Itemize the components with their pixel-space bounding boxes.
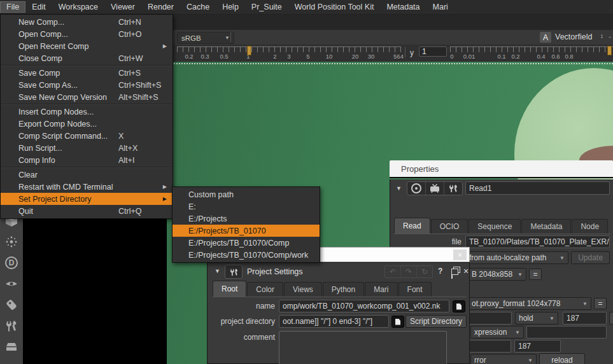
undo-icon[interactable]: ↶ [385, 266, 401, 277]
localization-policy-dropdown[interactable]: from auto-localize path ▼ [465, 251, 568, 264]
tab-read[interactable]: Read [394, 218, 430, 234]
gamma-slider-ticks[interactable] [450, 46, 613, 52]
tag-icon[interactable] [4, 298, 18, 312]
proxy-equals-button[interactable]: = [594, 298, 607, 309]
menu-viewer[interactable]: Viewer [104, 1, 141, 13]
frame-expression-field[interactable] [526, 326, 607, 339]
vectorfield-label[interactable]: Vectorfield [555, 32, 592, 41]
menu-file[interactable]: File [0, 1, 25, 13]
menu-item-open-comp[interactable]: Open Comp... Ctrl+O [1, 28, 173, 40]
menu-item-open-recent-comp[interactable]: Open Recent Comp ▶ [1, 40, 173, 52]
tab-root[interactable]: Root [213, 281, 246, 297]
frame-expression-dropdown[interactable]: xpression ▼ [470, 326, 524, 339]
copy-page-button[interactable] [391, 316, 404, 328]
menu-pr-suite[interactable]: Pr_Suite [245, 1, 288, 13]
tab-metadata[interactable]: Metadata [521, 219, 571, 234]
settings-wrench-button[interactable] [444, 182, 462, 195]
menu-item-export-comp-nodes[interactable]: Export Comp Nodes... [1, 118, 173, 130]
particles-icon[interactable] [4, 235, 18, 249]
submenu-item-custom-path[interactable]: Custom path [173, 188, 320, 200]
node-name-field[interactable] [465, 181, 610, 195]
menu-workspace[interactable]: Workspace [52, 1, 104, 13]
tab-sequence[interactable]: Sequence [469, 219, 521, 234]
collapse-triangle-icon[interactable]: ▼ [215, 268, 220, 274]
monitor-button[interactable] [426, 182, 444, 195]
submenu-item-e-drive[interactable]: E: [173, 200, 320, 213]
comment-textarea[interactable] [279, 331, 447, 364]
redo-icon[interactable]: ↷ [401, 266, 417, 277]
gamma-slider-handle[interactable] [607, 46, 612, 55]
gamma-value-field[interactable] [419, 46, 447, 57]
file-menu: New Comp... Ctrl+N Open Comp... Ctrl+O O… [0, 14, 173, 219]
tab-python[interactable]: Python [323, 282, 364, 297]
frame-range-start-field[interactable] [465, 312, 512, 325]
proxy-format-dropdown[interactable]: ot.proxy_format 1024x778 ▼ [468, 297, 591, 310]
menu-item-restart-with-cmd-terminal[interactable]: Restart with CMD Terminal ▶ [1, 181, 173, 193]
dialog-wrench-button[interactable] [225, 265, 243, 279]
submenu-item-comp-work[interactable]: E:/Projects/TB_01070/Comp/work [173, 249, 320, 261]
menu-item-new-comp[interactable]: New Comp... Ctrl+N [1, 16, 173, 28]
toolsets-wrench-icon[interactable] [4, 319, 18, 333]
format-dropdown[interactable]: B 2048x858 ▼ [468, 268, 526, 281]
copy-page-button[interactable] [453, 300, 465, 312]
submenu-item-projects[interactable]: E:/Projects [173, 213, 320, 225]
submenu-item-comp[interactable]: E:/Projects/TB_01070/Comp [173, 237, 320, 249]
reload-button[interactable]: reload [539, 353, 585, 364]
update-button[interactable]: Update [571, 251, 610, 264]
tab-font[interactable]: Font [398, 282, 432, 297]
tab-mari[interactable]: Mari [365, 282, 397, 297]
submenu-item-tb-01070[interactable]: E:/Projects/TB_01070 [173, 225, 320, 237]
menu-world-position-tool-kit[interactable]: World Position Tool Kit [288, 1, 381, 13]
collapse-triangle-icon[interactable]: ▼ [396, 185, 402, 192]
node-graph-pane[interactable] [23, 209, 167, 364]
tab-node[interactable]: Node [572, 219, 608, 234]
file-path-field[interactable]: TB_01070/Plates/TB_01070_Plate_EXR/T [465, 235, 610, 248]
menu-render[interactable]: Render [141, 1, 180, 13]
frame-range-mode-dropdown[interactable]: hold ▼ [515, 312, 558, 325]
menu-item-set-project-directory[interactable]: Set Project Directory ▶ [1, 193, 173, 205]
viewer-colorspace-dropdown[interactable]: sRGB ▼ [177, 32, 234, 44]
menu-help[interactable]: Help [216, 1, 245, 13]
chevron-down-icon: ▼ [547, 316, 554, 321]
gain-slider-handle[interactable] [247, 46, 251, 55]
tab-color[interactable]: Color [247, 282, 283, 297]
project-directory-field[interactable] [279, 315, 389, 328]
format-equals-button[interactable]: = [529, 269, 542, 280]
menu-item-save-comp[interactable]: Save Comp Ctrl+S [1, 67, 173, 79]
menu-item-comp-script-command[interactable]: Comp Script Command... X [1, 130, 173, 142]
revert-icon[interactable]: ↻ [417, 266, 432, 277]
menu-metadata[interactable]: Metadata [380, 1, 426, 13]
menu-item-insert-comp-nodes[interactable]: Insert Comp Nodes... [1, 106, 173, 118]
viewer-input-a-button[interactable]: A [540, 32, 551, 43]
on-error-dropdown[interactable]: rror ▼ [470, 354, 537, 364]
menu-item-save-comp-as[interactable]: Save Comp As... Ctrl+Shift+S [1, 79, 173, 91]
center-node-button[interactable] [407, 182, 426, 195]
menu-edit[interactable]: Edit [25, 1, 52, 13]
script-name-field[interactable] [279, 300, 449, 312]
viewer-tab-strip [172, 14, 613, 31]
gain-slider-ticks[interactable] [177, 46, 401, 52]
tab-ocio[interactable]: OCIO [431, 219, 469, 234]
menu-item-quit[interactable]: Quit Ctrl+Q [1, 205, 173, 217]
origin-first-field[interactable] [465, 340, 511, 353]
menu-item-close-comp[interactable]: Close Comp Ctrl+W [1, 52, 173, 64]
drawer-icon[interactable] [4, 340, 18, 354]
menu-mari[interactable]: Mari [426, 1, 454, 13]
menu-item-comp-info[interactable]: Comp Info Alt+I [1, 154, 173, 166]
close-dialog-icon[interactable] [463, 266, 469, 276]
frame-range-end-field[interactable]: 187 [563, 312, 607, 325]
deep-icon[interactable] [4, 256, 18, 270]
menu-item-save-new-comp-version[interactable]: Save New Comp Version Alt+Shift+S [1, 91, 173, 103]
help-button[interactable]: ? [438, 267, 442, 276]
menu-cache[interactable]: Cache [180, 1, 216, 13]
restore-window-icon[interactable] [451, 269, 453, 278]
tab-views[interactable]: Views [284, 282, 322, 297]
clipped-button-stub[interactable] [609, 312, 613, 325]
origin-last-field[interactable]: 187 [514, 340, 561, 353]
menu-item-clear[interactable]: Clear [1, 169, 173, 181]
menu-item-run-script[interactable]: Run Script... Alt+X [1, 142, 173, 154]
script-directory-button[interactable]: Script Directory [405, 315, 467, 328]
os-close-icon[interactable] [453, 249, 467, 260]
properties-panel-titlebar[interactable]: Properties [390, 160, 613, 178]
views-eye-icon[interactable] [4, 277, 18, 291]
